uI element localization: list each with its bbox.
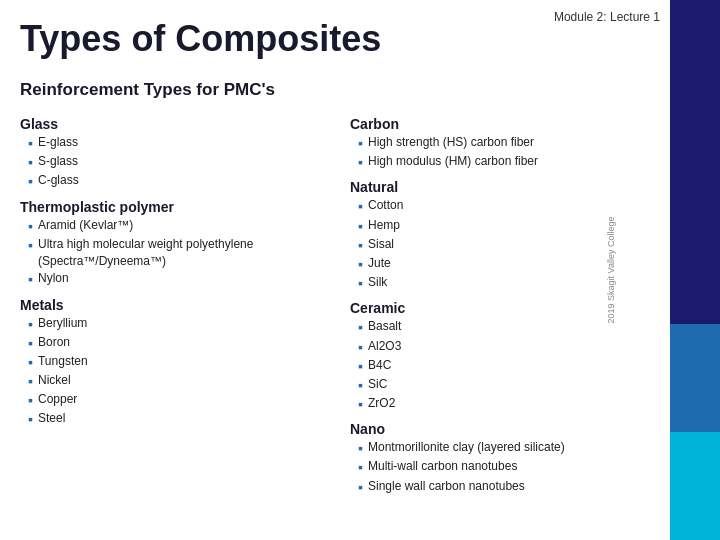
item-text: Nylon <box>38 270 69 287</box>
bullet-icon: ▪ <box>28 270 33 288</box>
list-item: ▪ Nickel <box>20 372 330 390</box>
bullet-icon: ▪ <box>358 318 363 336</box>
watermark: 2019 Skagit Valley College <box>607 217 617 324</box>
item-text: Beryllium <box>38 315 87 332</box>
category-carbon: Carbon <box>350 116 660 132</box>
list-item: ▪ Ultra high molecular weight polyethyle… <box>20 236 330 270</box>
item-text: Aramid (Kevlar™) <box>38 217 133 234</box>
list-item: ▪ High modulus (HM) carbon fiber <box>350 153 660 171</box>
accent-teal <box>670 432 720 540</box>
module-label: Module 2: Lecture 1 <box>554 10 660 24</box>
bullet-icon: ▪ <box>358 236 363 254</box>
bullet-icon: ▪ <box>28 353 33 371</box>
item-text: S-glass <box>38 153 78 170</box>
bullet-icon: ▪ <box>28 172 33 190</box>
item-text: Hemp <box>368 217 400 234</box>
list-item: ▪ Multi-wall carbon nanotubes <box>350 458 660 476</box>
list-item: ▪ Tungsten <box>20 353 330 371</box>
item-text: E-glass <box>38 134 78 151</box>
bullet-icon: ▪ <box>28 410 33 428</box>
item-text: Montmorillonite clay (layered silicate) <box>368 439 565 456</box>
item-text: Steel <box>38 410 65 427</box>
bullet-icon: ▪ <box>358 134 363 152</box>
category-thermoplastic: Thermoplastic polymer <box>20 199 330 215</box>
bullet-icon: ▪ <box>28 217 33 235</box>
item-text: Boron <box>38 334 70 351</box>
list-item: ▪ C-glass <box>20 172 330 190</box>
bullet-icon: ▪ <box>358 153 363 171</box>
list-item: ▪ Aramid (Kevlar™) <box>20 217 330 235</box>
list-item: ▪ Boron <box>20 334 330 352</box>
category-nano: Nano <box>350 421 660 437</box>
item-text: Jute <box>368 255 391 272</box>
bullet-icon: ▪ <box>28 391 33 409</box>
accent-dark <box>670 0 720 324</box>
item-text: B4C <box>368 357 391 374</box>
content-area: Glass ▪ E-glass ▪ S-glass ▪ C-glass Ther… <box>20 108 660 497</box>
item-text: Cotton <box>368 197 403 214</box>
item-text: SiC <box>368 376 387 393</box>
list-item: ▪ ZrO2 <box>350 395 660 413</box>
page-title: Types of Composites <box>20 18 381 60</box>
item-text: High strength (HS) carbon fiber <box>368 134 534 151</box>
bullet-icon: ▪ <box>358 458 363 476</box>
list-item: ▪ Copper <box>20 391 330 409</box>
bullet-icon: ▪ <box>358 197 363 215</box>
bullet-icon: ▪ <box>28 134 33 152</box>
bullet-icon: ▪ <box>358 376 363 394</box>
accent-mid <box>670 324 720 432</box>
bullet-icon: ▪ <box>358 478 363 496</box>
item-text: Basalt <box>368 318 401 335</box>
item-text: Ultra high molecular weight polyethylene… <box>38 236 330 270</box>
item-text: Silk <box>368 274 387 291</box>
list-item: ▪ S-glass <box>20 153 330 171</box>
category-natural: Natural <box>350 179 660 195</box>
list-item: ▪ SiC <box>350 376 660 394</box>
bullet-icon: ▪ <box>358 439 363 457</box>
bullet-icon: ▪ <box>28 153 33 171</box>
item-text: Tungsten <box>38 353 88 370</box>
list-item: ▪ B4C <box>350 357 660 375</box>
item-text: ZrO2 <box>368 395 395 412</box>
list-item: ▪ Nylon <box>20 270 330 288</box>
bullet-icon: ▪ <box>358 338 363 356</box>
item-text: Nickel <box>38 372 71 389</box>
bullet-icon: ▪ <box>28 334 33 352</box>
item-text: Sisal <box>368 236 394 253</box>
right-accent-bar <box>670 0 720 540</box>
bullet-icon: ▪ <box>28 372 33 390</box>
left-column: Glass ▪ E-glass ▪ S-glass ▪ C-glass Ther… <box>20 108 340 497</box>
list-item: ▪ Single wall carbon nanotubes <box>350 478 660 496</box>
bullet-icon: ▪ <box>358 274 363 292</box>
category-glass: Glass <box>20 116 330 132</box>
list-item: ▪ Cotton <box>350 197 660 215</box>
bullet-icon: ▪ <box>358 217 363 235</box>
item-text: Multi-wall carbon nanotubes <box>368 458 517 475</box>
list-item: ▪ High strength (HS) carbon fiber <box>350 134 660 152</box>
item-text: Al2O3 <box>368 338 401 355</box>
bullet-icon: ▪ <box>28 315 33 333</box>
list-item: ▪ Beryllium <box>20 315 330 333</box>
item-text: Copper <box>38 391 77 408</box>
bullet-icon: ▪ <box>358 255 363 273</box>
list-item: ▪ Al2O3 <box>350 338 660 356</box>
list-item: ▪ E-glass <box>20 134 330 152</box>
item-text: Single wall carbon nanotubes <box>368 478 525 495</box>
bullet-icon: ▪ <box>28 236 33 254</box>
item-text: High modulus (HM) carbon fiber <box>368 153 538 170</box>
category-metals: Metals <box>20 297 330 313</box>
item-text: C-glass <box>38 172 79 189</box>
bullet-icon: ▪ <box>358 357 363 375</box>
list-item: ▪ Steel <box>20 410 330 428</box>
list-item: ▪ Montmorillonite clay (layered silicate… <box>350 439 660 457</box>
section-title: Reinforcement Types for PMC's <box>20 80 275 100</box>
bullet-icon: ▪ <box>358 395 363 413</box>
